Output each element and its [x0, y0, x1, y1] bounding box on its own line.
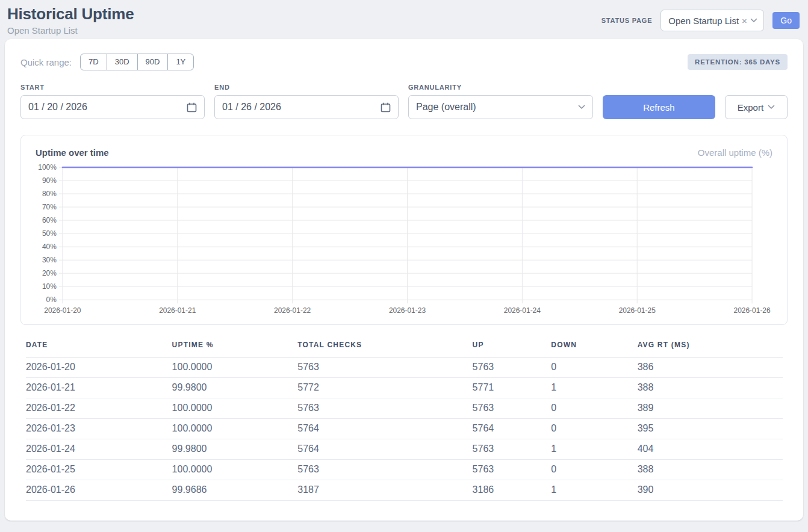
end-date-input[interactable]: 01 / 26 / 2026: [214, 95, 399, 119]
calendar-icon[interactable]: [381, 102, 391, 113]
table-cell: 3187: [297, 480, 472, 501]
table-cell: 2026-01-26: [26, 480, 172, 501]
table-row: 2026-01-2699.9686318731861390: [26, 480, 783, 501]
table-cell: 0: [551, 357, 637, 378]
table-header-row: DATEUPTIME %TOTAL CHECKSUPDOWNAVG RT (MS…: [26, 337, 783, 357]
table-row: 2026-01-20100.0000576357630386: [26, 357, 783, 378]
column-header: UPTIME %: [172, 337, 298, 357]
y-axis-label: 70%: [42, 203, 57, 211]
table-cell: 1: [551, 480, 637, 501]
filters-row: START 01 / 20 / 2026 END 01 / 26 / 2026 …: [20, 84, 788, 119]
table-cell: 2026-01-21: [26, 378, 172, 398]
x-axis-label: 2026-01-26: [734, 306, 771, 315]
table-cell: 5763: [297, 357, 472, 378]
y-axis-label: 10%: [42, 282, 57, 291]
start-date-input[interactable]: 01 / 20 / 2026: [20, 95, 205, 119]
table-cell: 388: [638, 378, 783, 398]
start-date-value: 01 / 20 / 2026: [28, 102, 87, 113]
chevron-down-icon: [768, 105, 775, 110]
table-cell: 5763: [297, 460, 472, 480]
chart-card: Uptime over time Overall uptime (%) 0%10…: [20, 135, 788, 325]
table-cell: 404: [638, 439, 783, 460]
table-cell: 99.9686: [172, 480, 298, 501]
table-cell: 1: [551, 439, 637, 460]
quick-range-row: Quick range: 7D30D90D1Y RETENTION: 365 D…: [20, 54, 788, 70]
start-field: START 01 / 20 / 2026: [20, 84, 205, 119]
table-cell: 2026-01-22: [26, 398, 172, 419]
table-row: 2026-01-2199.9800577257711388: [26, 378, 783, 398]
y-axis-label: 80%: [42, 190, 57, 198]
y-axis-label: 0%: [46, 295, 57, 304]
x-axis-label: 2026-01-21: [159, 306, 196, 315]
retention-badge: RETENTION: 365 DAYS: [688, 54, 788, 70]
column-header: TOTAL CHECKS: [297, 337, 472, 357]
table-row: 2026-01-25100.0000576357630388: [26, 460, 783, 480]
status-page-select[interactable]: Open Startup List ×: [660, 10, 764, 31]
table-cell: 390: [638, 480, 783, 501]
table-cell: 5763: [473, 460, 552, 480]
table-cell: 389: [638, 398, 783, 419]
table-cell: 2026-01-25: [26, 460, 172, 480]
granularity-label: GRANULARITY: [408, 84, 593, 91]
table-cell: 386: [638, 357, 783, 378]
main-panel: Quick range: 7D30D90D1Y RETENTION: 365 D…: [5, 39, 803, 521]
table-cell: 100.0000: [172, 357, 298, 378]
table-cell: 5764: [297, 419, 472, 439]
y-axis-label: 40%: [42, 243, 57, 251]
table-row: 2026-01-22100.0000576357630389: [26, 398, 783, 419]
table-cell: 2026-01-24: [26, 439, 172, 460]
table-cell: 5764: [297, 439, 472, 460]
end-date-value: 01 / 26 / 2026: [222, 102, 281, 113]
x-axis-label: 2026-01-22: [274, 306, 311, 315]
x-axis-label: 2026-01-20: [44, 306, 81, 315]
table-cell: 0: [551, 419, 637, 439]
calendar-icon[interactable]: [187, 102, 197, 113]
table-cell: 0: [551, 398, 637, 419]
export-label: Export: [738, 102, 763, 113]
granularity-field: GRANULARITY Page (overall): [408, 84, 593, 119]
status-page-label: STATUS PAGE: [601, 17, 653, 24]
table-cell: 0: [551, 460, 637, 480]
quick-range-label: Quick range:: [20, 57, 72, 67]
quick-range-30d-button[interactable]: 30D: [107, 54, 138, 70]
column-header: DOWN: [551, 337, 637, 357]
chart-title: Uptime over time: [36, 147, 109, 158]
page-subtitle: Open Startup List: [7, 25, 134, 36]
uptime-line-chart: 0%10%20%30%40%50%60%70%80%90%100%2026-01…: [36, 159, 772, 316]
chevron-down-icon: [578, 105, 585, 110]
export-button[interactable]: Export: [725, 95, 788, 119]
clear-icon[interactable]: ×: [742, 16, 747, 25]
page-heading: Historical Uptime Open Startup List: [7, 5, 134, 36]
table-cell: 5771: [473, 378, 552, 398]
table-cell: 5763: [297, 398, 472, 419]
y-axis-label: 90%: [42, 176, 57, 185]
uptime-table-wrap: DATEUPTIME %TOTAL CHECKSUPDOWNAVG RT (MS…: [26, 337, 783, 501]
column-header: UP: [473, 337, 552, 357]
start-label: START: [20, 84, 205, 91]
page-title: Historical Uptime: [7, 5, 134, 23]
table-cell: 3186: [473, 480, 552, 501]
table-row: 2026-01-23100.0000576457640395: [26, 419, 783, 439]
y-axis-label: 50%: [42, 229, 57, 238]
table-cell: 2026-01-20: [26, 357, 172, 378]
chart-header: Uptime over time Overall uptime (%): [36, 147, 772, 158]
table-cell: 5763: [473, 357, 552, 378]
table-cell: 99.9800: [172, 378, 298, 398]
quick-range-1y-button[interactable]: 1Y: [167, 54, 194, 70]
table-cell: 5763: [473, 439, 552, 460]
table-cell: 100.0000: [172, 398, 298, 419]
granularity-select[interactable]: Page (overall): [408, 95, 593, 119]
x-axis-label: 2026-01-24: [504, 306, 541, 315]
chart-area: 0%10%20%30%40%50%60%70%80%90%100%2026-01…: [36, 159, 772, 316]
end-field: END 01 / 26 / 2026: [214, 84, 399, 119]
end-label: END: [214, 84, 399, 91]
quick-range-left: Quick range: 7D30D90D1Y: [20, 54, 194, 70]
quick-range-90d-button[interactable]: 90D: [137, 54, 169, 70]
refresh-button[interactable]: Refresh: [603, 95, 715, 119]
chart-legend-label: Overall uptime (%): [698, 147, 772, 158]
quick-range-7d-button[interactable]: 7D: [80, 54, 107, 70]
table-cell: 395: [638, 419, 783, 439]
table-cell: 388: [638, 460, 783, 480]
go-button[interactable]: Go: [772, 12, 800, 29]
table-cell: 100.0000: [172, 460, 298, 480]
